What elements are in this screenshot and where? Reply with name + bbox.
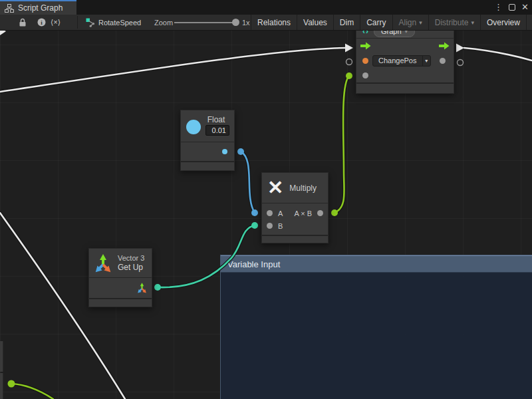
control-output-arrow-icon[interactable] bbox=[439, 42, 450, 50]
variable-input-panel-header[interactable]: Variable Input bbox=[221, 255, 532, 273]
float-value-field[interactable]: 0.01 bbox=[205, 125, 229, 136]
value-output-port[interactable] bbox=[440, 58, 446, 64]
node-footer bbox=[89, 298, 152, 306]
maximize-icon[interactable] bbox=[509, 4, 515, 11]
value-input-port[interactable] bbox=[362, 58, 368, 64]
align-button[interactable]: Align ▾ bbox=[392, 15, 428, 30]
multiply-node[interactable]: ✕ Multiply A A × B B bbox=[261, 172, 329, 243]
relations-button[interactable]: Relations bbox=[251, 15, 297, 30]
tab-script-graph[interactable]: Script Graph bbox=[0, 0, 76, 15]
float-node[interactable]: Float 0.01 bbox=[180, 110, 235, 171]
graph-breadcrumb-icon bbox=[86, 15, 96, 30]
offscreen-node-edge[interactable] bbox=[0, 341, 3, 372]
offscreen-node-edge[interactable] bbox=[0, 373, 3, 399]
multiply-input-a-label: A bbox=[278, 209, 283, 217]
menu-icon[interactable]: ⋮ bbox=[494, 0, 503, 15]
breadcrumb-graph-name[interactable]: RotateSpeed bbox=[98, 15, 141, 30]
dim-button[interactable]: Dim bbox=[333, 15, 360, 30]
multiply-icon: ✕ bbox=[267, 178, 283, 198]
value-input-port-2[interactable] bbox=[362, 72, 368, 78]
script-graph-icon bbox=[5, 4, 14, 13]
values-button[interactable]: Values bbox=[297, 15, 333, 30]
vector3-node-header: Vector 3 Get Up bbox=[89, 249, 152, 278]
close-icon[interactable]: ✕ bbox=[521, 0, 529, 15]
multiply-input-a-port[interactable] bbox=[267, 210, 273, 216]
node-footer bbox=[262, 235, 328, 242]
distribute-button[interactable]: Distribute ▾ bbox=[428, 15, 480, 30]
script-graph-window: Variable Input bbox=[0, 0, 532, 399]
changepos-dropdown[interactable]: ChangePos ▾ bbox=[372, 55, 431, 66]
multiply-output-label: A × B bbox=[294, 209, 312, 217]
graph-unit-node[interactable]: ‹› Graph ▾ ChangePos ▾ bbox=[356, 24, 454, 94]
float-output-port[interactable] bbox=[222, 149, 227, 154]
vector3-title: Get Up bbox=[118, 263, 144, 272]
multiply-title: Multiply bbox=[289, 184, 317, 193]
tab-title: Script Graph bbox=[18, 3, 63, 13]
vector3-type-label: Vector 3 bbox=[118, 254, 144, 262]
multiply-output-port[interactable] bbox=[317, 210, 323, 216]
variable-input-panel[interactable]: Variable Input bbox=[220, 255, 532, 399]
multiply-input-b-port[interactable] bbox=[267, 223, 273, 229]
panel-title: Variable Input bbox=[227, 259, 280, 269]
float-title: Float bbox=[203, 115, 229, 124]
vector3-getup-node[interactable]: Vector 3 Get Up bbox=[88, 248, 152, 307]
multiply-input-b-label: B bbox=[278, 222, 283, 230]
carry-button[interactable]: Carry bbox=[360, 15, 392, 30]
chevron-down-icon: ▾ bbox=[419, 19, 422, 26]
info-icon[interactable]: i bbox=[37, 15, 46, 30]
control-input-arrow-icon[interactable] bbox=[360, 42, 371, 50]
lock-icon[interactable] bbox=[19, 15, 27, 30]
code-view-icon[interactable]: ⟨×⟩ bbox=[51, 15, 61, 30]
float-node-header: Float 0.01 bbox=[181, 110, 234, 142]
vector3-icon bbox=[93, 253, 113, 274]
zoom-label: Zoom bbox=[154, 15, 173, 30]
changepos-dropdown-label: ChangePos bbox=[373, 56, 422, 66]
zoom-slider-knob[interactable] bbox=[232, 19, 239, 26]
float-icon bbox=[186, 120, 201, 134]
tab-strip: Script Graph ⋮ ✕ bbox=[0, 0, 532, 15]
graph-toolbar: i ⟨×⟩ RotateSpeed Zoom 1x Relations Valu… bbox=[0, 15, 532, 31]
node-footer bbox=[356, 82, 454, 90]
zoom-value: 1x bbox=[242, 15, 250, 30]
vector3-output-port-icon[interactable] bbox=[136, 282, 148, 294]
chevron-down-icon: ▾ bbox=[422, 56, 431, 66]
node-footer bbox=[181, 161, 234, 169]
zoom-slider-track[interactable] bbox=[174, 22, 234, 23]
overview-button[interactable]: Overview bbox=[480, 15, 526, 30]
chevron-down-icon: ▾ bbox=[471, 19, 474, 26]
full-screen-button[interactable]: Full Screen bbox=[526, 15, 532, 30]
multiply-node-header: ✕ Multiply bbox=[262, 173, 328, 203]
